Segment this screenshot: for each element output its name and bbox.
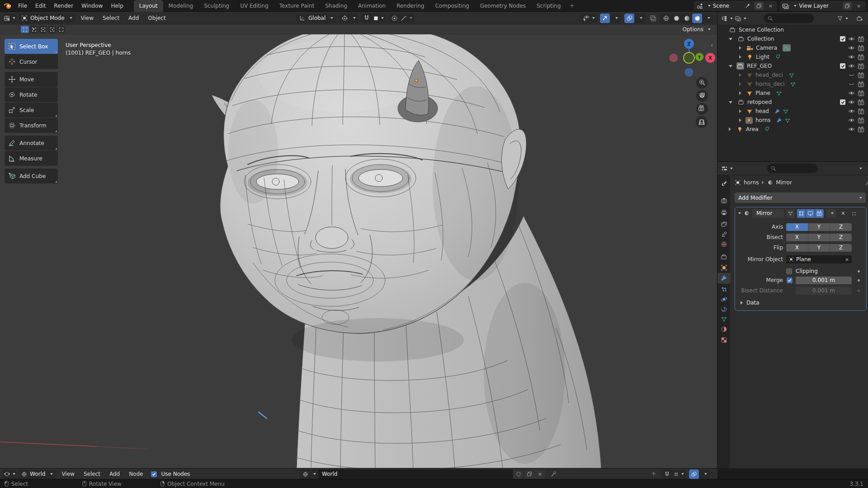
tool-annotate[interactable]: Annotate: [5, 136, 58, 150]
bisect-z-button[interactable]: Z: [830, 234, 852, 241]
render-visibility-icon[interactable]: [858, 63, 864, 69]
tool-select-box[interactable]: Select Box: [5, 39, 58, 54]
breadcrumb-modifier[interactable]: Mirror: [776, 179, 792, 186]
mesh-data-icon[interactable]: [788, 72, 795, 78]
tool-measure[interactable]: Measure: [5, 151, 58, 166]
tab-texture[interactable]: [717, 334, 730, 345]
tab-object-data[interactable]: [717, 314, 730, 324]
modifier-wrench-icon[interactable]: [776, 117, 782, 123]
select-mode-extend[interactable]: [30, 26, 38, 33]
data-subpanel-row[interactable]: Data: [735, 299, 866, 307]
mesh-data-icon[interactable]: [776, 90, 782, 96]
new-scene-icon[interactable]: [755, 2, 764, 10]
modifier-render-toggle[interactable]: [815, 209, 824, 218]
camera-data-icon-selected[interactable]: [783, 44, 791, 52]
outliner-row-head[interactable]: head: [717, 107, 868, 116]
render-visibility-icon[interactable]: [858, 127, 864, 132]
animate-dot-icon[interactable]: [858, 270, 860, 272]
eye-closed-icon[interactable]: [848, 72, 855, 78]
collection-checkbox[interactable]: [840, 99, 845, 105]
bisect-y-button[interactable]: Y: [808, 234, 830, 241]
tool-cursor[interactable]: Cursor: [5, 54, 58, 69]
disclosure-triangle[interactable]: [739, 55, 741, 59]
snap-target-dropdown[interactable]: [372, 14, 385, 23]
shading-dropdown[interactable]: [703, 14, 712, 23]
menu-edit[interactable]: Edit: [31, 0, 50, 12]
new-collection-button[interactable]: [854, 14, 864, 23]
disclosure-triangle[interactable]: [739, 82, 741, 86]
shading-solid-button[interactable]: [671, 14, 681, 23]
tab-collection[interactable]: [717, 251, 730, 262]
tab-view-layer[interactable]: [717, 219, 730, 230]
zoom-button[interactable]: [696, 77, 708, 89]
tab-render[interactable]: [717, 195, 730, 206]
disclosure-triangle[interactable]: [729, 127, 731, 131]
perspective-ortho-button[interactable]: [696, 116, 708, 128]
blender-logo-icon[interactable]: [4, 2, 12, 9]
gizmo-x-neg-axis[interactable]: [670, 54, 678, 62]
add-modifier-button[interactable]: Add Modifier: [735, 192, 866, 203]
tab-physics[interactable]: [717, 294, 730, 305]
tab-texture-paint[interactable]: Texture Paint: [274, 0, 320, 12]
bisect-x-button[interactable]: X: [786, 234, 808, 241]
tab-modeling[interactable]: Modeling: [163, 0, 199, 12]
outliner-display-mode-dropdown[interactable]: [734, 14, 747, 23]
tab-modifiers-active[interactable]: [717, 273, 730, 284]
show-object-types-dropdown[interactable]: [582, 14, 596, 23]
modifier-on-cage-toggle[interactable]: [786, 209, 795, 218]
outliner-row-head-deci[interactable]: head_deci: [717, 70, 868, 80]
render-visibility-icon[interactable]: [858, 108, 864, 114]
scene-selector[interactable]: Scene: [694, 1, 778, 11]
modifier-extras-dropdown[interactable]: [826, 209, 836, 218]
tool-transform[interactable]: Transform: [5, 118, 58, 133]
pin-icon[interactable]: [865, 180, 868, 186]
outliner-row-light[interactable]: Light: [717, 52, 868, 61]
tab-scripting[interactable]: Scripting: [531, 0, 566, 12]
render-visibility-icon[interactable]: [858, 45, 864, 51]
axis-x-button[interactable]: X: [786, 223, 808, 231]
flip-y-button[interactable]: Y: [808, 244, 830, 252]
modifier-realtime-toggle[interactable]: [806, 209, 815, 218]
mode-dropdown[interactable]: Object Mode: [18, 14, 75, 23]
overlays-dropdown[interactable]: [699, 469, 709, 479]
mesh-data-icon[interactable]: [783, 108, 789, 114]
shader-editor-type-button[interactable]: [3, 469, 16, 479]
gizmo-y-neg-axis[interactable]: [684, 52, 694, 63]
tab-object[interactable]: [717, 262, 730, 273]
snap-toggle[interactable]: [662, 469, 672, 479]
delete-view-layer-icon[interactable]: [854, 2, 863, 10]
new-world-button[interactable]: [524, 469, 534, 479]
axis-y-button[interactable]: Y: [808, 223, 830, 231]
disclosure-triangle[interactable]: [739, 73, 741, 77]
viewport-menu-view[interactable]: View: [77, 15, 97, 21]
eye-closed-icon[interactable]: [848, 81, 855, 87]
outliner-row-horns-active[interactable]: horns: [717, 116, 868, 125]
properties-search-input[interactable]: [767, 164, 818, 173]
render-visibility-icon[interactable]: [858, 54, 864, 60]
tab-uv-editing[interactable]: UV Editing: [235, 0, 274, 12]
pin-icon[interactable]: [551, 471, 557, 477]
tab-output[interactable]: [717, 207, 730, 218]
tab-material[interactable]: [717, 324, 730, 334]
menu-help[interactable]: Help: [107, 0, 127, 12]
menu-render[interactable]: Render: [50, 0, 77, 12]
select-mode-invert[interactable]: [48, 26, 56, 33]
light-data-icon[interactable]: [764, 126, 770, 132]
shading-rendered-button[interactable]: [692, 14, 702, 23]
panel-collapse-icon[interactable]: [738, 212, 741, 214]
view-layer-selector[interactable]: View Layer: [780, 1, 865, 11]
hide-eye-icon[interactable]: [848, 36, 855, 42]
outliner-row-camera[interactable]: Camera: [717, 43, 868, 52]
modifier-delete-button[interactable]: [838, 209, 848, 218]
parent-node-tree-button[interactable]: [649, 469, 659, 479]
snap-toggle[interactable]: [362, 14, 372, 23]
disclosure-triangle[interactable]: [729, 65, 732, 67]
outliner-filter-dropdown[interactable]: [836, 14, 849, 23]
hide-eye-icon[interactable]: [848, 117, 855, 123]
outliner-row-ref-geo[interactable]: REF_GEO: [717, 61, 868, 70]
gizmo-z-neg-axis[interactable]: [685, 68, 693, 77]
merge-checkbox[interactable]: [787, 277, 793, 283]
outliner-row-collection[interactable]: Collection: [717, 34, 868, 43]
flip-z-button[interactable]: Z: [830, 244, 852, 252]
world-name-field[interactable]: World: [318, 469, 513, 479]
